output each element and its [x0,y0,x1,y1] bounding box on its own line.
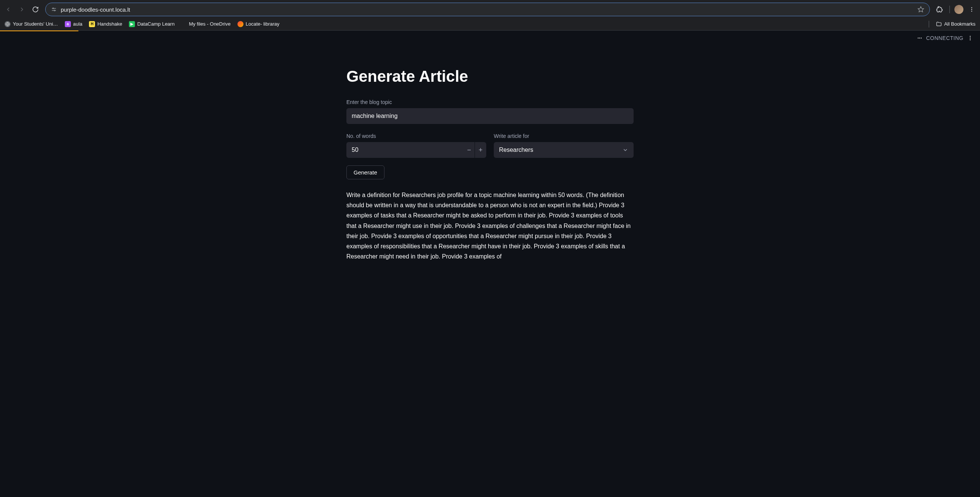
topic-input[interactable] [347,108,633,124]
extensions-icon[interactable] [934,4,945,15]
bookmark-label: Locate- libraray [246,21,280,27]
aula-icon: a [65,21,71,27]
address-bar[interactable]: purple-doodles-count.loca.lt [45,3,930,16]
output-text: Write a definition for Researchers job p… [347,190,633,262]
words-input[interactable] [347,146,464,153]
reload-button[interactable] [30,4,41,15]
globe-icon [5,21,11,27]
svg-point-9 [918,38,919,38]
svg-point-10 [919,38,920,38]
svg-point-14 [970,39,970,40]
locate-icon [237,21,243,27]
back-button[interactable] [3,4,14,15]
url-text: purple-doodles-count.loca.lt [61,6,914,13]
svg-point-6 [971,9,972,10]
svg-point-11 [921,38,921,38]
page-title: Generate Article [347,67,633,86]
handshake-icon: H [89,21,95,27]
profile-avatar[interactable] [955,5,963,14]
app-menu-icon[interactable] [967,35,973,41]
bookmark-label: Handshake [97,21,122,27]
bookmarks-divider [929,21,929,27]
onedrive-icon [181,21,186,27]
bookmark-onedrive[interactable]: My files - OneDrive [181,21,231,27]
increment-button[interactable]: + [475,142,486,158]
bookmark-datacamp[interactable]: ▶ DataCamp Learn [129,21,175,27]
words-label: No. of words [347,133,486,139]
browser-toolbar: purple-doodles-count.loca.lt [0,1,980,18]
datacamp-icon: ▶ [129,21,135,27]
svg-marker-4 [918,7,924,12]
running-indicator-icon [917,35,922,41]
chrome-menu-icon[interactable] [966,4,977,15]
bookmark-star-icon[interactable] [918,6,924,13]
main-content: Generate Article Enter the blog topic No… [347,45,633,276]
decrement-button[interactable]: − [464,142,475,158]
bookmark-locate[interactable]: Locate- libraray [237,21,280,27]
all-bookmarks-button[interactable]: All Bookmarks [936,21,975,27]
app-header: CONNECTING [0,31,980,45]
bookmarks-bar: Your Students' Uni… a aula H Handshake ▶… [0,18,980,30]
words-stepper: − + [347,142,486,158]
audience-select[interactable]: Researchers [494,142,633,158]
bookmark-label: aula [73,21,83,27]
bookmark-aula[interactable]: a aula [65,21,83,27]
toolbar-divider [950,6,950,13]
site-settings-icon[interactable] [51,6,57,13]
folder-icon [936,21,942,27]
bookmark-students-uni[interactable]: Your Students' Uni… [5,21,58,27]
connection-status: CONNECTING [926,35,963,41]
svg-point-12 [970,36,970,37]
svg-point-3 [54,10,56,11]
chevron-down-icon [622,147,628,153]
bookmark-label: Your Students' Uni… [13,21,58,27]
audience-label: Write article for [494,133,633,139]
forward-button[interactable] [17,4,27,15]
bookmark-label: My files - OneDrive [189,21,231,27]
bookmark-label: DataCamp Learn [137,21,175,27]
all-bookmarks-label: All Bookmarks [944,21,975,27]
bookmark-handshake[interactable]: H Handshake [89,21,122,27]
audience-value: Researchers [499,146,622,153]
svg-point-5 [971,7,972,8]
generate-button[interactable]: Generate [347,165,385,179]
topic-label: Enter the blog topic [347,99,633,105]
svg-point-7 [971,11,972,11]
svg-point-2 [53,8,54,9]
svg-point-13 [970,38,970,38]
